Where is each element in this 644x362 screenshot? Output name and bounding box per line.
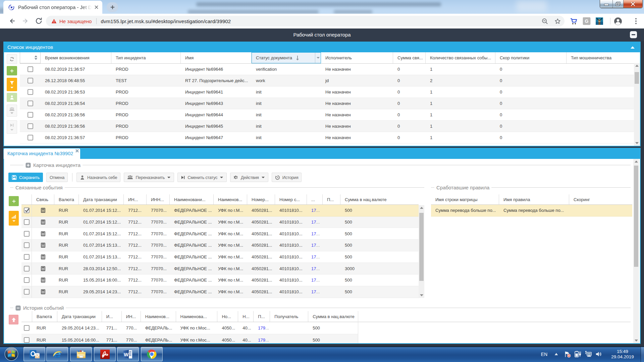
column-header-2[interactable]: Тип инцидента [111,52,181,63]
related-column-header-8[interactable]: Номер... [247,194,275,204]
link-cell[interactable] [32,228,54,239]
chart-button[interactable] [9,211,19,226]
row-select-cell[interactable] [20,121,41,132]
tab-close-icon[interactable] [93,4,100,10]
address-bar[interactable]: Не защищено dvm155.lpr.jet.msk.su/#deskt… [46,16,565,26]
action-center-flag-icon[interactable] [564,351,571,358]
calculator-icon[interactable] [41,231,46,236]
incident-row[interactable]: 08.02.2019 21:36:56PRODИнцидент №69644in… [20,109,634,121]
rules-column-header-2[interactable]: Имя правила [499,194,569,204]
refresh-button[interactable] [7,54,17,64]
row-checkbox[interactable] [28,66,33,72]
incident-row[interactable]: 08.02.2019 21:36:54PRODИнцидент №69643in… [20,98,634,109]
cancel-button[interactable]: Отмена [46,173,68,182]
collapse-history-icon[interactable] [15,305,21,311]
scroll-down-arrow[interactable] [633,338,639,343]
add-incident-button[interactable] [7,66,17,75]
back-button[interactable] [8,17,16,25]
taskbar-ie-button[interactable] [46,347,68,361]
incident-row[interactable]: 08.02.2019 21:36:57PRODИнцидент №69646ve… [20,64,634,75]
history-column-header-9[interactable]: П... [254,311,270,322]
row-checkbox[interactable] [28,78,33,83]
related-column-header-1[interactable]: Связь [32,194,54,204]
taskbar-acrobat-button[interactable] [94,347,116,361]
actions-button[interactable]: Действия [230,173,268,182]
row-checkbox[interactable] [24,277,30,283]
event-link[interactable]: 17 [311,254,316,259]
related-event-row[interactable]: RUR01.07.2014 15:13...7712...77070...ФЕД… [21,240,419,251]
history-button[interactable]: История [272,173,302,182]
related-column-header-2[interactable]: Валюта [54,194,79,204]
related-event-row[interactable]: RUR01.07.2014 15:12...7712...77070...ФЕД… [21,217,419,228]
row-checkbox[interactable] [24,325,30,331]
row-checkbox[interactable] [24,207,30,213]
related-event-row[interactable]: RUR01.07.2014 15:13...7712...77070...ФЕД… [21,251,419,263]
calculator-icon[interactable] [41,220,46,225]
row-checkbox[interactable] [24,337,30,343]
calculator-icon[interactable] [41,289,46,294]
related-column-header-5[interactable]: ИНН... [147,194,170,204]
change-status-button[interactable]: Сменить статус [177,173,227,182]
history-column-header-7[interactable]: Но... [217,311,238,322]
link-cell[interactable] [32,217,54,228]
history-column-header-8[interactable]: Н... [238,311,254,322]
scroll-up-arrow[interactable] [633,159,639,164]
calculator-icon[interactable] [41,243,46,248]
card-tab-close-icon[interactable] [75,149,79,153]
history-column-header-5[interactable]: Наименов... [141,311,176,322]
column-header-9[interactable]: Тип мошенничества [567,52,633,63]
calculator-icon[interactable] [41,208,46,213]
assign-self-button[interactable]: Назначить себе [76,173,120,182]
row-select-cell[interactable] [21,275,32,286]
bookmark-star-icon[interactable] [554,18,561,25]
column-header-7[interactable]: Количество связанных собы... [426,52,495,63]
calculator-icon[interactable] [41,254,46,259]
taskbar-word-button[interactable]: W [117,347,139,361]
group-assign-button[interactable] [7,105,17,117]
event-link[interactable]: 179 [258,325,265,330]
scroll-thumb[interactable] [635,72,639,84]
reload-button[interactable] [35,17,43,25]
scroll-up-arrow[interactable] [634,63,640,68]
zoom-icon[interactable] [541,18,548,25]
calculator-icon[interactable] [41,278,46,283]
incident-row[interactable]: 08.02.2019 21:36:57PRODИнцидент №69647in… [20,132,634,143]
row-select-cell[interactable] [20,86,41,98]
power-battery-icon[interactable] [574,350,582,358]
row-checkbox[interactable] [28,135,33,140]
history-column-header-3[interactable]: И... [102,311,122,322]
calculator-icon[interactable] [41,266,46,271]
browser-tab[interactable]: Рабочий стол оператора - Jet D [3,1,102,14]
scroll-thumb[interactable] [634,166,638,267]
incidents-scrollbar[interactable] [634,63,640,146]
related-event-row[interactable]: RUR15.05.2014 16:00...7712...77070...ФЕД… [21,275,419,286]
history-column-header-11[interactable]: Сумма в нац.валюте [308,311,358,322]
related-event-row[interactable]: RUR28.03.2014 12:50...7712...77070...ФЕД… [21,263,419,275]
row-select-cell[interactable] [21,240,32,251]
window-minimize-button[interactable] [600,0,612,8]
related-column-header-7[interactable]: Наименов... [214,194,247,204]
taskbar-chrome-button[interactable] [141,347,163,361]
row-checkbox[interactable] [24,254,30,260]
related-column-header-12[interactable]: Сумма в нац.валюте [340,194,419,204]
not-secure-warning-icon[interactable] [51,18,57,24]
related-column-header-9[interactable]: Номер с... [275,194,307,204]
row-checkbox[interactable] [24,289,30,295]
row-select-cell[interactable] [20,109,41,120]
not-secure-label[interactable]: Не защищено [59,18,92,24]
history-column-header-4[interactable]: ИН... [122,311,141,322]
event-link[interactable]: 17 [311,266,316,271]
row-checkbox[interactable] [24,266,30,272]
history-column-header-10[interactable]: Получатель [270,311,308,322]
app-minimize-button[interactable] [630,31,637,38]
event-link[interactable]: 17 [311,278,316,283]
column-header-4[interactable]: Статус документа [252,52,321,63]
event-link[interactable]: 17 [311,220,316,225]
row-select-cell[interactable] [21,205,32,216]
promote-event-button[interactable] [9,315,18,324]
row-select-cell[interactable] [21,217,32,228]
related-column-header-4[interactable]: ИН... [124,194,147,204]
row-select-cell[interactable] [20,75,41,86]
add-event-button[interactable] [9,196,19,206]
incident-row[interactable]: 08.02.2019 21:36:56PRODИнцидент №69645in… [20,121,634,132]
